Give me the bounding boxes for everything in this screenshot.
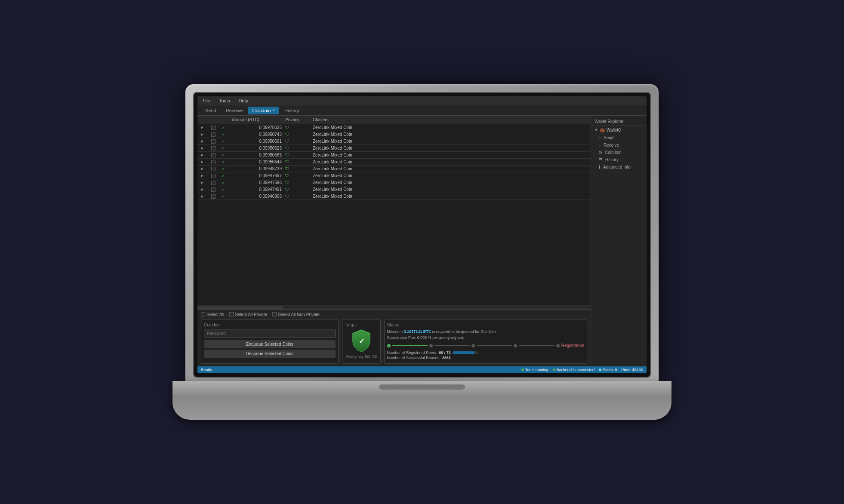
row-checkbox[interactable] — [211, 174, 216, 178]
tab-history[interactable]: History — [280, 107, 303, 114]
table-row: ▶ ✓ 0.09950565 🛡 ZeroLink Mixed Coin — [197, 152, 591, 159]
sidebar-item-coinjoin[interactable]: ⟳ CoinJoin — [591, 149, 647, 156]
laptop-hinge — [379, 384, 465, 390]
price-status: Price: $5100 — [621, 368, 643, 372]
tab-bar: Send Receive CoinJoin × History — [197, 105, 647, 116]
target-panel: Target — [342, 320, 381, 364]
cluster-cell: ZeroLink Mixed Coin — [313, 132, 399, 137]
privacy-cell: 🛡 — [285, 125, 311, 130]
tab-close-icon[interactable]: × — [272, 108, 275, 113]
status-panel: Status Minimum 0.1037141 BTC is required… — [384, 320, 587, 364]
expand-icon[interactable]: ▶ — [201, 126, 209, 129]
row-checkbox[interactable] — [211, 194, 216, 199]
sidebar-coinjoin-label: CoinJoin — [605, 150, 622, 155]
status-check: ✓ — [222, 173, 230, 178]
select-all-nonprivate-label[interactable]: Select All Non-Private — [272, 312, 320, 317]
select-all-label[interactable]: Select All — [201, 312, 224, 317]
progress-dot-5 — [556, 344, 560, 347]
rounds-row: Number of Successful Rounds: 2863 — [387, 356, 584, 360]
status-check: ✓ — [222, 166, 230, 171]
amount-cell: 0.09950691 — [232, 139, 283, 144]
amount-cell: 0.09946808 — [232, 194, 283, 199]
expand-icon[interactable]: ▶ — [201, 153, 209, 157]
privacy-cell: 🛡 — [285, 146, 311, 151]
table-row: ▶ ✓ 0.09978525 🛡 ZeroLink Mixed Coin — [197, 124, 591, 131]
table-row: ▶ ✓ 0.09950544 🛡 ZeroLink Mixed Coin — [197, 159, 591, 166]
progress-line-4 — [519, 345, 554, 346]
menu-file[interactable]: File — [201, 98, 212, 104]
receive-icon: ↓ — [599, 143, 601, 148]
sidebar-item-history[interactable]: ☰ History — [591, 156, 647, 163]
expand-icon[interactable]: ▶ — [201, 160, 209, 164]
wallet-name: Wallet0 — [607, 128, 621, 132]
sidebar-history-label: History — [605, 157, 619, 162]
progress-dot-3 — [471, 344, 475, 347]
table-body: ▶ ✓ 0.09978525 🛡 ZeroLink Mixed Coin ▶ — [197, 124, 591, 200]
expand-icon[interactable]: ▶ — [201, 174, 209, 178]
amount-cell: 0.09947697 — [232, 173, 283, 178]
menu-help[interactable]: Help — [237, 98, 250, 104]
peers-fill — [453, 351, 474, 354]
row-checkbox[interactable] — [211, 139, 216, 144]
sidebar-wallet[interactable]: ▼ 💼 Wallet0 — [591, 126, 647, 134]
select-all-private-checkbox[interactable] — [229, 312, 234, 317]
row-checkbox[interactable] — [211, 187, 216, 192]
cluster-cell: ZeroLink Mixed Coin — [313, 146, 399, 151]
sidebar-item-advanced-info[interactable]: ℹ Advanced Info — [591, 163, 647, 171]
amount-cell: 0.09948739 — [232, 166, 283, 171]
backend-status: Backend is connected — [553, 368, 594, 372]
status-check: ✓ — [222, 125, 230, 130]
peers-row: Number of Registered Peers: 60 / 71 — [387, 350, 584, 355]
expand-icon[interactable]: ▶ — [201, 194, 209, 198]
menu-tools[interactable]: Tools — [217, 98, 232, 104]
status-check: ✓ — [222, 180, 230, 185]
statusbar: Ready Tor is running Backend is connecte… — [197, 366, 647, 373]
table-row: ▶ ✓ 0.09947596 🛡 ZeroLink Mixed Coin — [197, 179, 591, 186]
tab-send[interactable]: Send — [201, 107, 221, 114]
select-all-checkbox[interactable] — [201, 312, 205, 317]
status-check: ✓ — [222, 139, 230, 144]
status-line1: Minimum 0.1037141 BTC is required to be … — [387, 329, 584, 335]
amount-cell: 0.09950565 — [232, 153, 283, 157]
expand-icon[interactable]: ▶ — [201, 132, 209, 136]
row-checkbox[interactable] — [211, 160, 216, 164]
content-area: Amount (BTC) Privacy Clusters ▶ ✓ — [197, 116, 591, 366]
expand-icon[interactable]: ▶ — [201, 139, 209, 143]
statusbar-ready: Ready — [201, 368, 212, 372]
progress-bar: Registration — [387, 343, 584, 348]
target-title: Target — [345, 323, 357, 327]
sidebar-item-receive[interactable]: ↓ Receive — [591, 141, 647, 149]
cluster-cell: ZeroLink Mixed Coin — [313, 194, 399, 199]
history-icon: ☰ — [599, 157, 603, 162]
table-row: ▶ ✓ 0.09947491 🛡 ZeroLink Mixed Coin — [197, 186, 591, 193]
expand-icon[interactable]: ▶ — [201, 187, 209, 191]
row-checkbox[interactable] — [211, 126, 216, 130]
dequeue-button[interactable]: Dequeue Selected Coins — [204, 350, 336, 358]
status-check: ✓ — [222, 153, 230, 157]
row-checkbox[interactable] — [211, 181, 216, 185]
privacy-cell: 🛡 — [285, 160, 311, 164]
cluster-cell: ZeroLink Mixed Coin — [313, 153, 399, 157]
tab-receive[interactable]: Receive — [222, 107, 247, 114]
table-row: ▶ ✓ 0.09950691 🛡 ZeroLink Mixed Coin — [197, 138, 591, 145]
anonymity-label: Anonymity Set: 50 — [345, 354, 377, 359]
row-checkbox[interactable] — [211, 153, 216, 157]
sidebar-item-send[interactable]: ↑ Send — [591, 134, 647, 141]
password-input[interactable] — [204, 329, 336, 338]
horizontal-scrollbar[interactable] — [197, 305, 591, 309]
privacy-cell: 🛡 — [285, 132, 311, 137]
expand-icon[interactable]: ▶ — [201, 146, 209, 150]
expand-icon[interactable]: ▶ — [201, 167, 209, 171]
svg-text:✓: ✓ — [358, 338, 364, 345]
tab-coinjoin[interactable]: CoinJoin × — [248, 107, 279, 114]
select-all-nonprivate-checkbox[interactable] — [272, 312, 277, 317]
amount-cell: 0.09950623 — [232, 146, 283, 151]
row-checkbox[interactable] — [211, 146, 216, 151]
select-all-private-label[interactable]: Select All Private — [229, 312, 267, 317]
enqueue-button[interactable]: Enqueue Selected Coins — [204, 340, 336, 348]
coin-table: Amount (BTC) Privacy Clusters ▶ ✓ — [197, 116, 591, 305]
row-checkbox[interactable] — [211, 167, 216, 171]
cluster-cell: ZeroLink Mixed Coin — [313, 180, 399, 185]
expand-icon[interactable]: ▶ — [201, 181, 209, 184]
row-checkbox[interactable] — [211, 132, 216, 137]
